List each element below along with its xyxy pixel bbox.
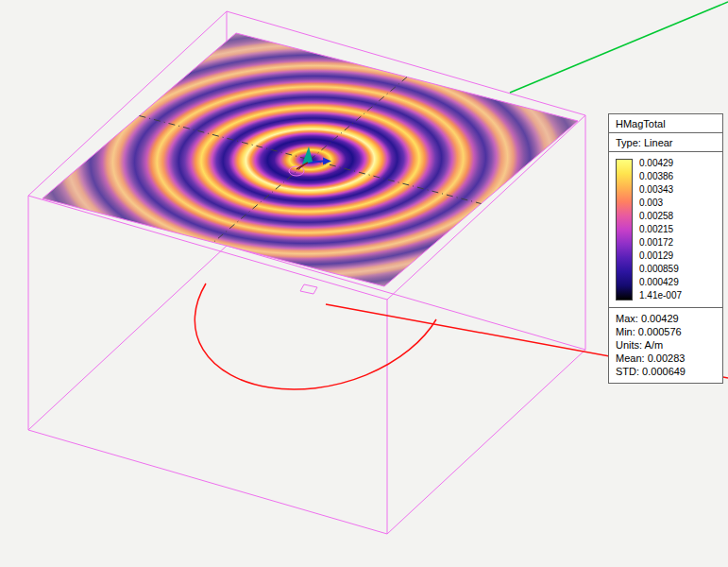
colorbar-tick: 0.000429 <box>639 278 682 287</box>
colorbar-tick: 0.00386 <box>639 172 682 181</box>
colorbar-tick: 0.00258 <box>639 212 682 221</box>
colorbar-tick: 0.00215 <box>639 225 682 234</box>
legend-title: HMagTotal <box>609 114 722 133</box>
rotation-arc <box>195 284 436 389</box>
colorbar-tick: 0.00429 <box>639 159 682 168</box>
colorbar-tick: 0.000859 <box>639 265 682 274</box>
legend-colorbar-section: 0.00429 0.00386 0.00343 0.003 0.00258 0.… <box>609 152 722 308</box>
legend: HMagTotal Type: Linear 0.00429 0.00386 0… <box>608 113 723 384</box>
stat-min: Min: 0.000576 <box>616 325 716 338</box>
colorbar-tick: 0.00172 <box>639 238 682 248</box>
y-axis-line <box>510 2 728 93</box>
field-plot-viewport[interactable]: HMagTotal Type: Linear 0.00429 0.00386 0… <box>0 0 728 567</box>
stat-units: Units: A/m <box>616 338 716 352</box>
stat-mean: Mean: 0.00283 <box>616 352 716 365</box>
legend-stats: Max: 0.00429 Min: 0.000576 Units: A/m Me… <box>609 308 722 383</box>
colorbar-tick: 0.003 <box>639 198 682 208</box>
colorbar-tick-labels: 0.00429 0.00386 0.00343 0.003 0.00258 0.… <box>639 159 682 301</box>
colorbar-tick: 0.00343 <box>639 185 682 195</box>
stat-std: STD: 0.000649 <box>616 365 716 378</box>
colorbar-tick: 0.00129 <box>639 251 682 261</box>
legend-scale-type: Type: Linear <box>609 133 722 152</box>
colorbar-tick: 1.41e-007 <box>639 291 682 301</box>
colorbar-gradient <box>616 159 633 301</box>
stat-max: Max: 0.00429 <box>616 312 716 325</box>
